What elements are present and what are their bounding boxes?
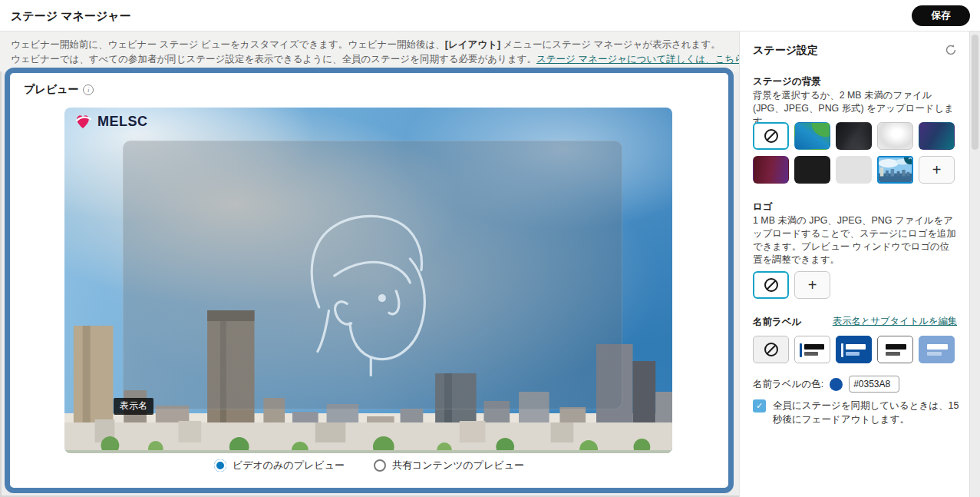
info-line-2: ウェビナーでは、すべての参加者が同じステージ設定を表示できるように、全員のステー… (11, 52, 728, 67)
vertical-scrollbar[interactable] (969, 31, 980, 497)
preview-card: プレビュー i (5, 68, 734, 493)
radio-unselected-icon[interactable] (374, 459, 386, 472)
label-subtitle-bar (927, 352, 942, 356)
preview-title-row: プレビュー i (24, 83, 94, 97)
name-label-none-option[interactable] (753, 336, 789, 363)
logo-none-option[interactable] (753, 271, 789, 299)
background-dark-wave[interactable] (836, 122, 872, 150)
background-add-button[interactable]: + (919, 156, 955, 184)
name-label-style-blue-filled[interactable] (836, 336, 872, 363)
logo-add-button[interactable]: + (794, 271, 830, 299)
background-maroon-purple-gradient[interactable] (753, 156, 789, 184)
settings-title: ステージ設定 (753, 44, 818, 58)
label-subtitle-bar (886, 352, 900, 356)
background-thumbs-row-2: ✕ + (753, 156, 955, 184)
display-name-tag[interactable]: 表示名 (114, 398, 153, 415)
background-city-photo-selected[interactable]: ✕ (877, 156, 913, 184)
logo-options-row: + (753, 271, 830, 299)
radio-shared-content[interactable]: 共有コンテンツのプレビュー (374, 459, 524, 472)
logo-section-desc: 1 MB 未満の JPG、JPEG、PNG ファイルをアップロードすることで、ス… (753, 214, 959, 267)
sync-fadeout-label: 全員にステージを同期しているときは、15 秒後にフェードアウトします。 (773, 399, 965, 426)
background-light-gray[interactable] (836, 156, 872, 184)
background-silver-swirl[interactable] (877, 122, 913, 150)
color-hex-input[interactable] (849, 376, 899, 393)
background-black[interactable] (794, 156, 830, 184)
name-label-section-title: 名前ラベル (753, 316, 801, 329)
stage-logo-text: MELSC (97, 114, 148, 130)
info-line1-text: ウェビナー開始前に、ウェビナー ステージ ビューをカスタマイズできます。ウェビナ… (11, 39, 445, 50)
label-title-bar (927, 344, 948, 350)
radio-video-only-label: ビデオのみのプレビュー (233, 459, 345, 472)
label-title-bar (804, 344, 824, 350)
sync-fadeout-checkbox[interactable]: ✓ (753, 399, 766, 413)
avatar-face-icon (292, 187, 454, 379)
edit-display-name-link[interactable]: 表示名とサブタイトルを編集 (833, 315, 957, 328)
background-section-title: ステージの背景 (753, 75, 821, 88)
info-banner: ウェビナー開始前に、ウェビナー ステージ ビューをカスタマイズできます。ウェビナ… (0, 31, 739, 71)
info-line-1: ウェビナー開始前に、ウェビナー ステージ ビューをカスタマイズできます。ウェビナ… (11, 38, 728, 52)
header-bar: ステージ マネージャー 保存 (0, 0, 980, 31)
name-label-style-white-bordered[interactable] (877, 336, 913, 363)
none-icon (764, 277, 779, 293)
stage-settings-panel: ステージ設定 ステージの背景 背景を選択するか、2 MB 未満のファイル (JP… (739, 31, 969, 497)
none-icon (764, 342, 779, 357)
info-line2-text: ウェビナーでは、すべての参加者が同じステージ設定を表示できるように、全員のステー… (11, 54, 536, 65)
scrollbar-thumb[interactable] (972, 35, 978, 150)
refresh-icon[interactable] (945, 44, 957, 56)
label-accent-bar (800, 343, 802, 357)
label-title-bar (846, 344, 866, 350)
preview-title: プレビュー (24, 83, 78, 97)
info-icon[interactable]: i (83, 84, 94, 95)
label-title-bar (886, 344, 906, 350)
name-label-color-label: 名前ラベルの色: (753, 378, 823, 391)
preview-mode-radios: ビデオのみのプレビュー 共有コンテンツのプレビュー (10, 459, 728, 472)
radio-shared-content-label: 共有コンテンツのプレビュー (392, 459, 524, 472)
background-blue-green-gradient[interactable] (794, 122, 830, 150)
name-label-style-light-blue[interactable] (919, 336, 955, 363)
radio-video-only[interactable]: ビデオのみのプレビュー (214, 459, 345, 472)
label-subtitle-bar (846, 352, 860, 356)
radio-selected-icon[interactable] (214, 459, 226, 472)
video-placeholder-tile (123, 141, 622, 409)
background-purple-teal-gradient[interactable] (919, 122, 955, 150)
heart-logo-icon (74, 112, 94, 131)
info-line1-layout-keyword: [レイアウト] (445, 39, 500, 50)
stage-manager-window: ステージ マネージャー 保存 ウェビナー開始前に、ウェビナー ステージ ビューを… (0, 0, 980, 497)
stage-logo: MELSC (74, 112, 148, 131)
label-accent-bar (841, 343, 843, 357)
none-icon (764, 128, 779, 144)
label-subtitle-bar (804, 352, 818, 356)
page-title: ステージ マネージャー (11, 0, 131, 31)
name-label-styles-row (753, 336, 955, 363)
stage-preview[interactable]: MELSC 表示名 (64, 108, 672, 453)
name-label-style-accent-bar[interactable] (794, 336, 830, 363)
sync-fadeout-row: ✓ 全員にステージを同期しているときは、15 秒後にフェードアウトします。 (753, 399, 965, 426)
info-line1-tail: メニューにステージ マネージャが表示されます。 (500, 39, 721, 50)
logo-section-title: ロゴ (753, 200, 773, 214)
background-thumbs-row-1 (753, 122, 955, 150)
color-swatch[interactable] (830, 378, 843, 391)
background-none-option[interactable] (753, 122, 789, 150)
save-button[interactable]: 保存 (912, 5, 970, 26)
name-label-color-row: 名前ラベルの色: (753, 376, 899, 393)
